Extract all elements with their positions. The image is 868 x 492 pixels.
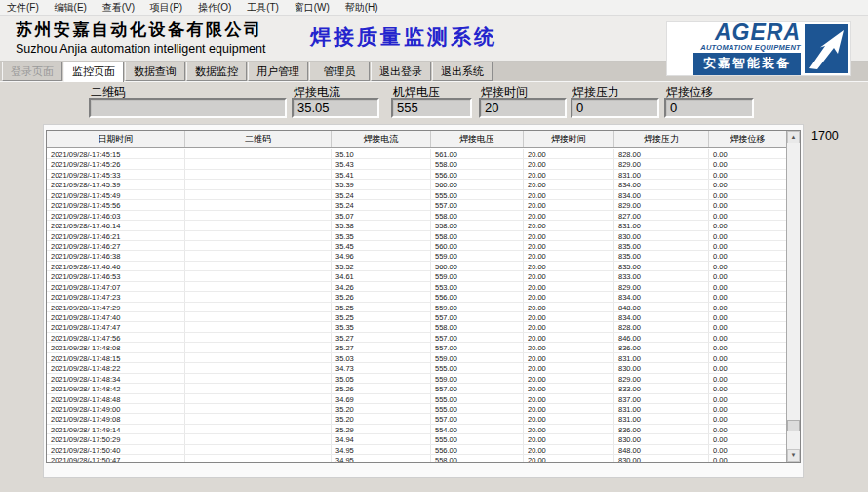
weld-time-input[interactable] xyxy=(479,98,567,118)
scrollbar-thumb[interactable] xyxy=(787,420,800,431)
table-cell: 558.00 xyxy=(431,455,524,462)
table-row[interactable]: 2021/09/28/-17:46:5334.61559.0020.00833.… xyxy=(47,271,786,281)
table-cell: 20.00 xyxy=(524,394,614,403)
column-header-weld-voltage[interactable]: 焊接电压 xyxy=(431,131,524,147)
table-row[interactable]: 2021/09/28/-17:46:0335.07558.0020.00827.… xyxy=(47,211,786,221)
table-cell: 2021/09/28/-17:47:23 xyxy=(47,292,185,301)
table-row[interactable]: 2021/09/28/-17:50:4034.95556.0020.00848.… xyxy=(47,445,786,455)
table-row[interactable]: 2021/09/28/-17:49:0835.20557.0020.00831.… xyxy=(47,414,786,424)
table-row[interactable]: 2021/09/28/-17:46:4635.52560.0020.00835.… xyxy=(47,262,786,271)
table-cell: 557.00 xyxy=(431,384,524,392)
table-row[interactable]: 2021/09/28/-17:47:2935.25559.0020.00848.… xyxy=(47,303,786,312)
table-row[interactable]: 2021/09/28/-17:47:0734.26553.0020.00829.… xyxy=(47,282,786,292)
table-row[interactable]: 2021/09/28/-17:50:2934.94555.0020.00830.… xyxy=(47,434,786,444)
table-row[interactable]: 2021/09/28/-17:47:2335.26556.0020.00834.… xyxy=(47,292,786,302)
menu-file[interactable]: 文件(F) xyxy=(2,0,44,15)
table-row[interactable]: 2021/09/28/-17:49:1435.29554.0020.00836.… xyxy=(47,425,786,434)
table-cell: 557.00 xyxy=(431,312,524,321)
table-cell: 0.00 xyxy=(709,211,786,220)
table-row[interactable]: 2021/09/28/-17:48:1535.03559.0020.00831.… xyxy=(47,353,786,363)
table-cell: 35.27 xyxy=(332,343,431,351)
table-row[interactable]: 2021/09/28/-17:48:4235.26557.0020.00833.… xyxy=(47,384,786,393)
tab-monitor-page[interactable]: 监控页面 xyxy=(63,62,124,82)
weld-displacement-label: 焊接位移 xyxy=(664,84,754,96)
field-weld-current: 焊接电流 xyxy=(292,84,379,118)
weld-pressure-input[interactable] xyxy=(571,98,659,118)
menu-operate[interactable]: 操作(O) xyxy=(193,0,236,15)
menu-window[interactable]: 窗口(W) xyxy=(290,0,335,15)
menu-edit[interactable]: 编辑(E) xyxy=(50,0,92,15)
table-cell: 0.00 xyxy=(709,363,786,372)
table-row[interactable]: 2021/09/28/-17:50:4734.95558.0020.00830.… xyxy=(47,455,786,462)
tab-data-monitor[interactable]: 数据监控 xyxy=(186,62,247,81)
table-cell: 554.00 xyxy=(431,425,524,433)
table-cell: 834.00 xyxy=(614,312,709,321)
table-cell: 20.00 xyxy=(524,363,614,372)
scroll-up-icon[interactable]: ▲ xyxy=(787,131,800,144)
table-row[interactable]: 2021/09/28/-17:45:3935.39560.0020.00834.… xyxy=(47,180,786,189)
table-row[interactable]: 2021/09/28/-17:46:2135.35558.0020.00830.… xyxy=(47,231,786,241)
table-cell xyxy=(185,262,332,270)
menu-project[interactable]: 项目(P) xyxy=(145,0,187,15)
table-cell xyxy=(185,394,332,403)
table-row[interactable]: 2021/09/28/-17:45:4935.24555.0020.00834.… xyxy=(47,190,786,200)
qrcode-input[interactable] xyxy=(89,98,287,118)
weld-voltage-input[interactable] xyxy=(391,98,472,118)
menu-tools[interactable]: 工具(T) xyxy=(242,0,284,15)
tab-exit-system[interactable]: 退出系统 xyxy=(432,62,493,81)
table-row[interactable]: 2021/09/28/-17:49:0035.20555.0020.00831.… xyxy=(47,404,786,414)
tab-login-page[interactable]: 登录页面 xyxy=(2,62,62,81)
column-header-datetime[interactable]: 日期时间 xyxy=(47,131,185,147)
table-cell: 35.38 xyxy=(332,221,431,229)
table-cell: 558.00 xyxy=(431,322,524,331)
column-header-weld-current[interactable]: 焊接电流 xyxy=(332,131,431,147)
table-cell: 2021/09/28/-17:46:21 xyxy=(47,231,185,240)
table-row[interactable]: 2021/09/28/-17:46:3834.96559.0020.00835.… xyxy=(47,251,786,261)
table-row[interactable]: 2021/09/28/-17:45:1535.10561.0020.00828.… xyxy=(47,149,786,159)
table-row[interactable]: 2021/09/28/-17:48:3435.05559.0020.00829.… xyxy=(47,374,786,384)
column-header-qrcode[interactable]: 二维码 xyxy=(185,131,332,147)
table-row[interactable]: 2021/09/28/-17:45:3335.41556.0020.00831.… xyxy=(47,170,786,180)
table-cell: 831.00 xyxy=(614,404,709,413)
table-row[interactable]: 2021/09/28/-17:45:5635.24557.0020.00829.… xyxy=(47,200,786,210)
weld-pressure-label: 焊接压力 xyxy=(571,84,659,96)
table-cell: 560.00 xyxy=(431,262,524,270)
column-header-weld-pressure[interactable]: 焊接压力 xyxy=(614,131,709,147)
menu-help[interactable]: 帮助(H) xyxy=(340,0,383,15)
table-row[interactable]: 2021/09/28/-17:47:4735.35558.0020.00828.… xyxy=(47,322,786,332)
menu-view[interactable]: 查看(V) xyxy=(98,0,139,15)
table-cell: 35.20 xyxy=(332,404,431,413)
table-row[interactable]: 2021/09/28/-17:47:5635.27557.0020.00846.… xyxy=(47,333,786,343)
tab-user-management[interactable]: 用户管理 xyxy=(248,62,308,81)
weld-displacement-input[interactable] xyxy=(664,98,754,118)
vertical-scrollbar[interactable]: ▲ ▼ xyxy=(786,131,800,462)
tab-logout[interactable]: 退出登录 xyxy=(371,62,431,81)
table-row[interactable]: 2021/09/28/-17:48:4834.69555.0020.00837.… xyxy=(47,394,786,404)
table-cell: 20.00 xyxy=(524,170,614,179)
column-header-weld-time[interactable]: 焊接时间 xyxy=(524,131,614,147)
table-row[interactable]: 2021/09/28/-17:48:2234.73555.0020.00830.… xyxy=(47,363,786,373)
scroll-down-icon[interactable]: ▼ xyxy=(787,449,800,462)
table-row[interactable]: 2021/09/28/-17:45:2635.43558.0020.00829.… xyxy=(47,159,786,169)
table-cell: 0.00 xyxy=(709,333,786,342)
table-cell: 829.00 xyxy=(614,282,709,291)
table-cell: 835.00 xyxy=(614,262,709,270)
table-row[interactable]: 2021/09/28/-17:46:2735.45560.0020.00835.… xyxy=(47,241,786,251)
table-cell xyxy=(185,455,332,462)
tab-administrator[interactable]: 管理员 xyxy=(309,62,370,81)
table-cell: 35.52 xyxy=(332,262,431,270)
table-cell: 20.00 xyxy=(524,404,614,413)
column-header-weld-displacement[interactable]: 焊接位移 xyxy=(709,131,786,147)
table-row[interactable]: 2021/09/28/-17:46:1435.38558.0020.00831.… xyxy=(47,221,786,230)
tab-data-query[interactable]: 数据查询 xyxy=(125,62,185,81)
table-cell: 0.00 xyxy=(709,262,786,270)
table-cell xyxy=(185,384,332,392)
table-row[interactable]: 2021/09/28/-17:48:0835.27557.0020.00836.… xyxy=(47,343,786,352)
table-cell: 20.00 xyxy=(524,221,614,229)
table-cell: 2021/09/28/-17:47:47 xyxy=(47,322,185,331)
weld-current-input[interactable] xyxy=(292,98,379,118)
table-row[interactable]: 2021/09/28/-17:47:4035.25557.0020.00834.… xyxy=(47,312,786,322)
table-cell xyxy=(185,180,332,188)
page-title: 焊接质量监测系统 xyxy=(310,23,497,51)
table-cell: 0.00 xyxy=(709,231,786,240)
